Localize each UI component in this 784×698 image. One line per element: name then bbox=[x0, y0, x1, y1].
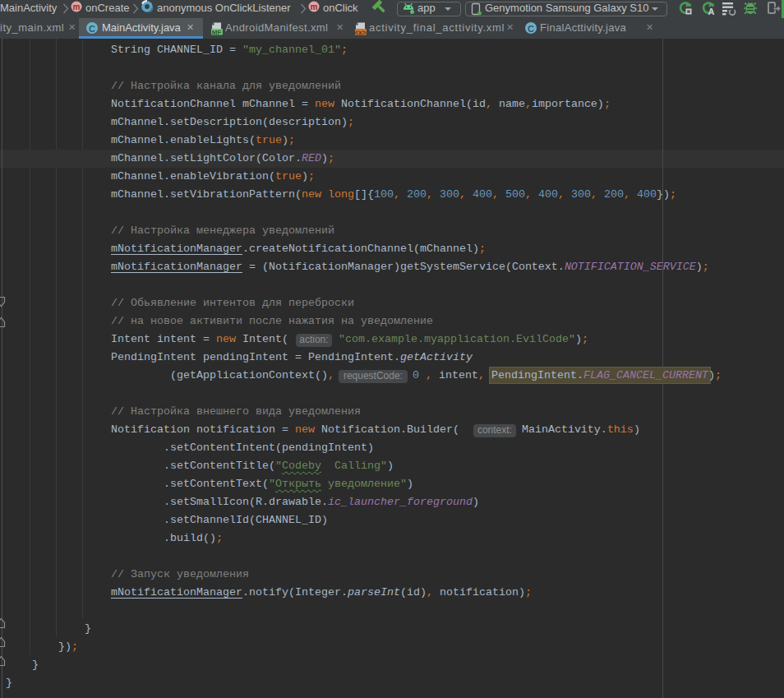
svg-text:m: m bbox=[73, 2, 81, 12]
svg-text:MF: MF bbox=[212, 29, 222, 36]
svg-text:m: m bbox=[311, 2, 318, 12]
svg-text:A: A bbox=[708, 7, 715, 16]
svg-text:<x>: <x> bbox=[355, 29, 367, 36]
svg-text:C: C bbox=[528, 24, 534, 34]
svg-text:C: C bbox=[89, 24, 95, 34]
